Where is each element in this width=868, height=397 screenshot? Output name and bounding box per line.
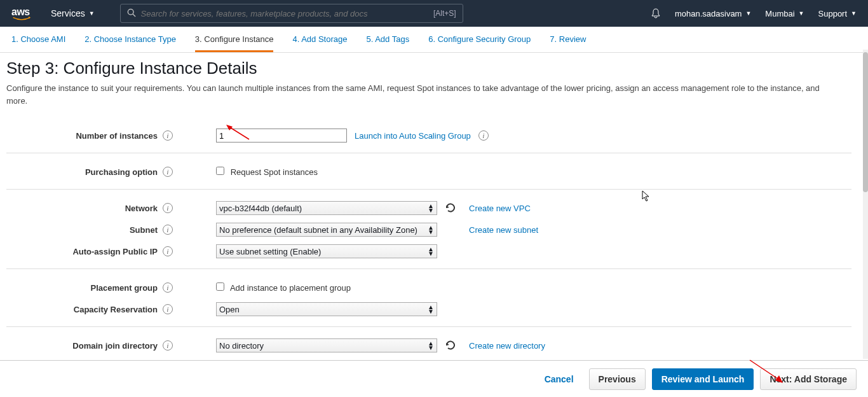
services-menu[interactable]: Services ▼ — [51, 8, 95, 18]
link-launch-asg[interactable]: Launch into Auto Scaling Group — [355, 131, 471, 141]
svg-line-1 — [133, 14, 135, 17]
label-placement: Placement group — [91, 283, 158, 293]
page-description: Configure the instance to suit your requ… — [6, 82, 832, 107]
search-icon — [127, 8, 136, 19]
capacity-select[interactable]: Open ▲▼ — [216, 302, 437, 316]
caret-down-icon: ▼ — [851, 10, 857, 17]
services-label: Services — [51, 8, 85, 18]
refresh-icon[interactable] — [445, 340, 456, 351]
top-nav-right: mohan.sadasivam ▼ Mumbai ▼ Support ▼ — [651, 8, 857, 18]
label-purchasing: Purchasing option — [85, 167, 158, 177]
svg-point-0 — [128, 9, 133, 15]
caret-down-icon: ▼ — [89, 10, 95, 17]
network-value: vpc-b32f44db (default) — [219, 204, 434, 213]
network-select[interactable]: vpc-b32f44db (default) ▲▼ — [216, 201, 437, 215]
caret-down-icon: ▼ — [745, 10, 751, 17]
subnet-select[interactable]: No preference (default subnet in any Ava… — [216, 223, 437, 237]
domain-select[interactable]: No directory ▲▼ — [216, 338, 437, 352]
updown-icon: ▲▼ — [428, 204, 434, 212]
wizard-steps: 1. Choose AMI 2. Choose Instance Type 3.… — [0, 27, 868, 53]
footer: Cancel Previous Review and Launch Next: … — [0, 360, 868, 397]
info-icon[interactable]: i — [163, 225, 173, 235]
auto-ip-value: Use subnet setting (Enable) — [219, 247, 434, 256]
aws-logo[interactable]: aws — [11, 6, 32, 21]
aws-logo-text: aws — [11, 6, 30, 17]
spot-checkbox[interactable] — [216, 167, 224, 175]
updown-icon: ▲▼ — [428, 305, 434, 314]
auto-ip-select[interactable]: Use subnet setting (Enable) ▲▼ — [216, 244, 437, 258]
global-search[interactable]: [Alt+S] — [120, 4, 463, 23]
info-icon[interactable]: i — [163, 203, 173, 213]
section-purchasing: Purchasing option i Request Spot instanc… — [6, 153, 851, 189]
placement-checkbox[interactable] — [216, 282, 224, 291]
support-label: Support — [818, 9, 848, 18]
region-label: Mumbai — [765, 9, 794, 18]
updown-icon: ▲▼ — [428, 225, 434, 234]
placement-label-text: Add instance to placement group — [230, 283, 351, 293]
user-label: mohan.sadasivam — [675, 9, 742, 18]
notifications[interactable] — [651, 8, 661, 18]
section-network: Network i vpc-b32f44db (default) ▲▼ Crea… — [6, 189, 851, 268]
subnet-value: No preference (default subnet in any Ava… — [219, 225, 434, 235]
info-icon[interactable]: i — [163, 282, 173, 293]
search-shortcut: [Alt+S] — [433, 9, 456, 18]
info-icon[interactable]: i — [163, 340, 173, 351]
section-placement: Placement group i Add instance to placem… — [6, 268, 851, 326]
updown-icon: ▲▼ — [428, 247, 434, 256]
link-create-vpc[interactable]: Create new VPC — [469, 204, 531, 213]
bell-icon — [651, 8, 661, 18]
label-network: Network — [125, 204, 158, 213]
support-menu[interactable]: Support ▼ — [818, 9, 857, 18]
content: Step 3: Configure Instance Details Confi… — [0, 50, 863, 359]
search-input[interactable] — [141, 9, 433, 18]
label-num-instances: Number of instances — [76, 131, 158, 141]
scrollbar[interactable] — [863, 50, 868, 359]
cancel-button[interactable]: Cancel — [536, 369, 583, 389]
label-subnet: Subnet — [130, 225, 158, 235]
label-auto-ip: Auto-assign Public IP — [72, 247, 158, 256]
account-menu[interactable]: mohan.sadasivam ▼ — [675, 9, 751, 18]
spot-checkbox-label[interactable]: Request Spot instances — [216, 167, 318, 177]
region-menu[interactable]: Mumbai ▼ — [765, 9, 804, 18]
top-nav: aws Services ▼ [Alt+S] mohan.sadasivam ▼… — [0, 0, 868, 27]
section-instances: Number of instances i Launch into Auto S… — [6, 117, 851, 153]
num-instances-input[interactable] — [216, 129, 347, 143]
caret-down-icon: ▼ — [799, 10, 804, 17]
next-add-storage-button[interactable]: Next: Add Storage — [760, 368, 857, 390]
placement-checkbox-label[interactable]: Add instance to placement group — [216, 282, 351, 293]
previous-button[interactable]: Previous — [589, 368, 646, 390]
info-icon[interactable]: i — [163, 130, 173, 141]
review-launch-button[interactable]: Review and Launch — [652, 368, 754, 390]
info-icon[interactable]: i — [478, 130, 489, 141]
label-domain: Domain join directory — [72, 341, 158, 351]
info-icon[interactable]: i — [163, 246, 173, 256]
label-capacity: Capacity Reservation — [74, 305, 158, 314]
info-icon[interactable]: i — [163, 167, 173, 177]
capacity-value: Open — [219, 305, 434, 314]
link-create-directory[interactable]: Create new directory — [469, 341, 545, 351]
scrollbar-thumb[interactable] — [863, 52, 868, 192]
info-icon[interactable]: i — [163, 304, 173, 314]
link-create-subnet[interactable]: Create new subnet — [469, 225, 538, 235]
section-domain-iam: Domain join directory i No directory ▲▼ … — [6, 326, 851, 359]
page-title: Step 3: Configure Instance Details — [6, 59, 851, 78]
refresh-icon[interactable] — [445, 202, 456, 214]
domain-value: No directory — [219, 341, 434, 351]
updown-icon: ▲▼ — [428, 341, 434, 350]
spot-label-text: Request Spot instances — [231, 167, 318, 177]
